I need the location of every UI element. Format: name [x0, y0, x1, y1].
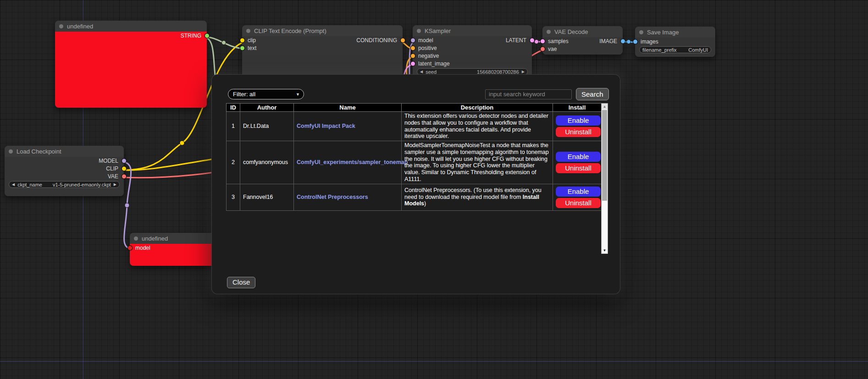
table-header-row: ID Author Name Description Install	[227, 104, 602, 112]
extension-link[interactable]: ComfyUI Impact Pack	[297, 123, 355, 129]
header-description: Description	[402, 104, 553, 112]
input-port-model[interactable]	[411, 38, 415, 42]
input-port-model[interactable]	[128, 246, 132, 250]
header-author: Author	[240, 104, 294, 112]
table-scrollbar[interactable]: ▲ ▼	[601, 103, 608, 254]
search-button[interactable]: Search	[576, 88, 609, 100]
cell-id: 3	[227, 184, 240, 210]
extension-link[interactable]: ComfyUI_experiments/sampler_tonemap	[297, 159, 408, 165]
collapse-dot[interactable]	[59, 24, 63, 28]
increment-arrow-icon[interactable]: ▶	[114, 183, 116, 187]
widget-value: ComfyUI	[688, 47, 708, 53]
cell-description: ModelSamplerTonemapNoiseTest a node that…	[402, 141, 553, 184]
input-label-samples: samples	[548, 38, 569, 44]
node-undefined-bottom[interactable]: undefined model	[130, 233, 217, 266]
output-label-vae: VAE	[108, 173, 118, 180]
node-header[interactable]: undefined	[130, 233, 217, 244]
widget-value: 156680208700286	[477, 69, 519, 75]
table-row: 1 Dr.Lt.Data ComfyUI Impact Pack This ex…	[227, 112, 602, 141]
increment-arrow-icon[interactable]: ▶	[522, 70, 525, 74]
collapse-dot[interactable]	[417, 29, 421, 33]
search-area: Search	[485, 88, 609, 100]
output-label-clip: CLIP	[106, 165, 118, 172]
output-label-image: IMAGE	[599, 38, 617, 44]
node-header[interactable]: undefined	[55, 21, 207, 32]
node-title: undefined	[142, 235, 168, 242]
search-input[interactable]	[485, 89, 572, 99]
decrement-arrow-icon[interactable]: ◀	[12, 183, 15, 187]
output-label-model: MODEL	[99, 158, 118, 164]
input-port-samples[interactable]	[541, 39, 545, 43]
close-button[interactable]: Close	[227, 277, 255, 288]
output-port-model[interactable]	[122, 159, 126, 163]
output-port-clip[interactable]	[122, 166, 126, 170]
node-header[interactable]: VAE Decode	[542, 26, 623, 37]
enable-button[interactable]: Enable	[556, 187, 601, 197]
filename-prefix-widget[interactable]: filename_prefix ComfyUI	[639, 46, 711, 53]
filter-select[interactable]: Filter: all	[228, 89, 304, 99]
output-port-conditioning[interactable]	[401, 38, 405, 42]
node-title: Load Checkpoint	[17, 148, 61, 155]
input-label-model: model	[135, 245, 150, 251]
uninstall-button[interactable]: Uninstall	[556, 127, 601, 137]
input-port-images[interactable]	[633, 39, 637, 44]
node-title: undefined	[67, 23, 93, 30]
scroll-down-icon[interactable]: ▼	[602, 247, 608, 253]
cell-id: 1	[227, 112, 240, 141]
input-label-latent-image: latent_image	[418, 60, 450, 67]
seed-widget[interactable]: ◀ seed 156680208700286 ▶	[417, 68, 528, 75]
output-port-image[interactable]	[621, 39, 625, 43]
node-title: KSampler	[425, 27, 451, 34]
ckpt-name-widget[interactable]: ◀ ckpt_name v1-5-pruned-emaonly.ckpt ▶	[9, 181, 120, 188]
cell-description: This extension offers various detector n…	[402, 112, 553, 141]
cell-author: comfyanonymous	[240, 141, 294, 184]
node-undefined-top[interactable]: undefined STRING	[55, 21, 207, 108]
input-label-clip: clip	[248, 37, 256, 44]
node-clip-text-encode[interactable]: CLIP Text Encode (Prompt) clip CONDITION…	[242, 25, 403, 80]
node-header[interactable]: CLIP Text Encode (Prompt)	[242, 25, 403, 36]
node-title: CLIP Text Encode (Prompt)	[254, 27, 326, 34]
collapse-dot[interactable]	[246, 29, 250, 33]
collapse-dot[interactable]	[547, 30, 551, 34]
input-port-positive[interactable]	[411, 46, 415, 50]
extension-manager-dialog: Filter: all ▼ Search ID Author Name Desc…	[212, 75, 620, 294]
output-label-string: STRING	[181, 33, 201, 39]
scroll-up-icon[interactable]: ▲	[602, 104, 608, 110]
table-row: 3 Fannovel16 ControlNet Preprocessors Co…	[227, 184, 602, 210]
node-save-image[interactable]: Save Image images filename_prefix ComfyU…	[635, 27, 715, 57]
node-ksampler[interactable]: KSampler model LATENT positive negative …	[413, 25, 532, 77]
node-vae-decode[interactable]: VAE Decode samples IMAGE vae	[542, 26, 623, 55]
node-title: Save Image	[647, 29, 679, 36]
input-port-negative[interactable]	[411, 54, 415, 58]
enable-button[interactable]: Enable	[556, 152, 601, 162]
header-id: ID	[227, 104, 240, 112]
input-port-vae[interactable]	[541, 47, 545, 51]
uninstall-button[interactable]: Uninstall	[556, 198, 601, 208]
output-port-string[interactable]	[205, 33, 209, 38]
collapse-dot[interactable]	[134, 236, 138, 241]
collapse-dot[interactable]	[639, 30, 643, 34]
table-row: 2 comfyanonymous ComfyUI_experiments/sam…	[227, 141, 602, 184]
collapse-dot[interactable]	[9, 149, 13, 154]
node-header[interactable]: Save Image	[635, 27, 715, 38]
extension-link[interactable]: ControlNet Preprocessors	[297, 194, 368, 200]
input-port-text[interactable]	[240, 46, 244, 50]
header-install: Install	[553, 104, 602, 112]
extension-table: ID Author Name Description Install 1 Dr.…	[226, 103, 602, 211]
scrollbar-thumb[interactable]	[602, 110, 607, 201]
decrement-arrow-icon[interactable]: ◀	[420, 70, 423, 74]
input-label-negative: negative	[418, 53, 439, 59]
enable-button[interactable]: Enable	[556, 115, 601, 126]
node-load-checkpoint[interactable]: Load Checkpoint MODEL CLIP VAE ◀ ckpt_na…	[5, 146, 124, 196]
input-port-latent-image[interactable]	[411, 61, 415, 66]
input-label-images: images	[641, 38, 658, 45]
output-port-vae[interactable]	[122, 174, 126, 178]
input-label-text: text	[248, 45, 256, 51]
output-port-latent[interactable]	[530, 38, 534, 42]
uninstall-button[interactable]: Uninstall	[556, 163, 601, 173]
input-port-clip[interactable]	[240, 38, 244, 42]
node-header[interactable]: Load Checkpoint	[5, 146, 124, 157]
input-label-model: model	[418, 37, 433, 44]
node-title: VAE Decode	[554, 28, 588, 35]
node-header[interactable]: KSampler	[413, 25, 532, 36]
